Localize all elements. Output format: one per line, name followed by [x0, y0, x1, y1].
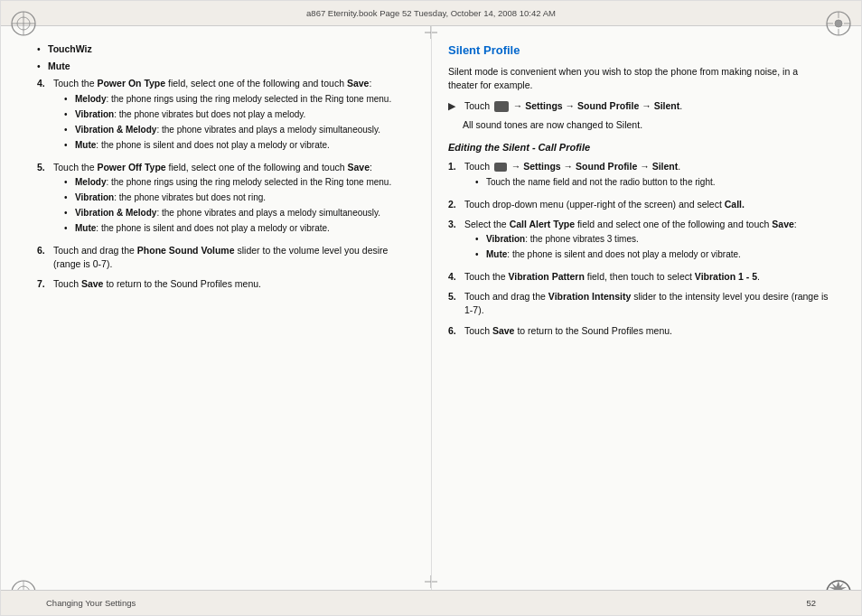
right-numbered-item-6: 6. Touch Save to return to the Sound Pro…	[448, 324, 829, 338]
right-item-1-subbullets: Touch the name field and not the radio b…	[464, 176, 829, 189]
right-item-1-num: 1.	[448, 160, 464, 191]
sub-bullet-mute-5: Mute: the phone is silent and does not p…	[62, 222, 415, 235]
numbered-item-4: 4. Touch the Power On Type field, select…	[37, 77, 415, 154]
footer-section-label: Changing Your Settings	[46, 598, 136, 608]
right-item-6-content: Touch Save to return to the Sound Profil…	[464, 324, 829, 338]
right-item-3-subbullets: Vibration: the phone vibrates 3 times. M…	[464, 233, 829, 261]
menu-icon	[494, 101, 509, 112]
menu-icon-2	[494, 163, 507, 172]
page-container: a867 Eternity.book Page 52 Tuesday, Octo…	[0, 0, 862, 616]
numbered-item-6: 6. Touch and drag the Phone Sound Volume…	[37, 244, 415, 271]
sub-bullet-melody-4: Melody: the phone rings using the ring m…	[62, 93, 415, 106]
footer-left-text: Changing Your Settings	[46, 598, 136, 608]
all-sound-text: All sound tones are now changed to Silen…	[448, 118, 829, 132]
sub-bullet-vibration-4: Vibration: the phone vibrates but does n…	[62, 108, 415, 121]
phone-sound-volume-label: Phone Sound Volume	[137, 245, 235, 256]
item-6-content: Touch and drag the Phone Sound Volume sl…	[53, 244, 415, 271]
right-item-4-num: 4.	[448, 270, 464, 284]
header-text: a867 Eternity.book Page 52 Tuesday, Octo…	[306, 8, 556, 18]
right-item-5-num: 5.	[448, 290, 464, 317]
right-numbered-item-2: 2. Touch drop-down menu (upper-right of …	[448, 198, 829, 211]
right-numbered-item-3: 3. Select the Call Alert Type field and …	[448, 218, 829, 264]
header-bar: a867 Eternity.book Page 52 Tuesday, Octo…	[1, 1, 861, 26]
touch-arrow-line: ▶ Touch → Settings → Sound Profile → Sil…	[448, 99, 829, 114]
item-5-subbullets: Melody: the phone rings using the ring m…	[53, 176, 415, 235]
save-label-5: Save	[348, 162, 370, 173]
item-6-num: 6.	[37, 244, 53, 271]
item-7-num: 7.	[37, 277, 53, 291]
silent-profile-title: Silent Profile	[448, 42, 829, 60]
power-on-type-label: Power On Type	[97, 78, 165, 89]
right-item-5-content: Touch and drag the Vibration Intensity s…	[464, 290, 829, 317]
item-4-content: Touch the Power On Type field, select on…	[53, 77, 415, 154]
item-5-content: Touch the Power Off Type field, select o…	[53, 161, 415, 238]
power-off-type-label: Power Off Type	[97, 162, 165, 173]
footer-bar: Changing Your Settings 52	[1, 590, 861, 615]
sub-bullet-vibration-r3: Vibration: the phone vibrates 3 times.	[473, 233, 829, 246]
item-4-subbullets: Melody: the phone rings using the ring m…	[53, 93, 415, 152]
sub-bullet-name-field: Touch the name field and not the radio b…	[473, 176, 829, 189]
right-item-2-content: Touch drop-down menu (upper-right of the…	[464, 198, 829, 211]
right-numbered-item-4: 4. Touch the Vibration Pattern field, th…	[448, 270, 829, 284]
page-number: 52	[806, 598, 816, 608]
sub-bullet-vibration-5: Vibration: the phone vibrates but does n…	[62, 191, 415, 204]
arrow-indicator: ▶	[448, 99, 463, 114]
right-item-3-content: Select the Call Alert Type field and sel…	[464, 218, 829, 264]
touchwiz-label: TouchWiz	[48, 43, 92, 54]
bullet-touchwiz: TouchWiz	[37, 42, 415, 56]
save-label-7: Save	[81, 278, 104, 289]
right-item-1-content: Touch → Settings → Sound Profile → Silen…	[464, 160, 829, 191]
item-7-content: Touch Save to return to the Sound Profil…	[53, 277, 415, 291]
save-label-4: Save	[347, 78, 370, 89]
right-item-6-num: 6.	[448, 324, 464, 338]
numbered-item-7: 7. Touch Save to return to the Sound Pro…	[37, 277, 415, 291]
right-numbered-item-1: 1. Touch → Settings → Sound Profile → Si…	[448, 160, 829, 191]
mute-label: Mute	[48, 61, 70, 71]
sub-bullet-mute-r3: Mute: the phone is silent and does not p…	[473, 248, 829, 261]
right-numbered-item-5: 5. Touch and drag the Vibration Intensit…	[448, 290, 829, 317]
sub-bullet-vibration-melody-5: Vibration & Melody: the phone vibrates a…	[62, 207, 415, 219]
bullet-mute: Mute	[37, 60, 415, 73]
item-4-num: 4.	[37, 77, 53, 154]
right-item-4-content: Touch the Vibration Pattern field, then …	[464, 270, 829, 284]
left-column: TouchWiz Mute 4. Touch the Power On Type…	[1, 26, 431, 590]
right-item-3-num: 3.	[448, 218, 464, 264]
sub-bullet-mute-4: Mute: the phone is silent and does not p…	[62, 139, 415, 152]
touch-line: Touch → Settings → Sound Profile → Silen…	[464, 99, 682, 113]
numbered-item-5: 5. Touch the Power Off Type field, selec…	[37, 161, 415, 238]
content-area: TouchWiz Mute 4. Touch the Power On Type…	[1, 26, 861, 590]
right-item-2-num: 2.	[448, 198, 464, 211]
sub-bullet-vibration-melody-4: Vibration & Melody: the phone vibrates a…	[62, 124, 415, 136]
editing-silent-title: Editing the Silent - Call Profile	[448, 141, 829, 155]
item-5-num: 5.	[37, 161, 53, 238]
sub-bullet-melody-5: Melody: the phone rings using the ring m…	[62, 176, 415, 189]
right-column: Silent Profile Silent mode is convenient…	[431, 26, 861, 590]
silent-profile-intro: Silent mode is convenient when you wish …	[448, 65, 829, 92]
